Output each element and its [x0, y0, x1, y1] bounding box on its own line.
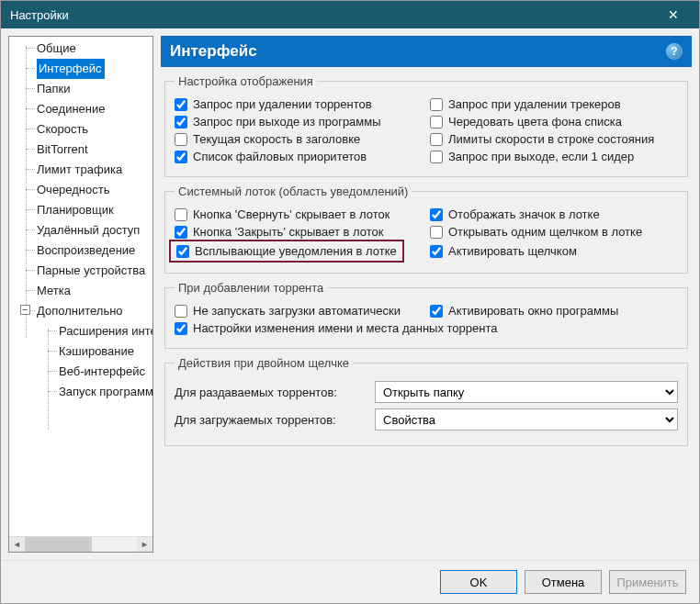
cb-limits-in-status[interactable]: Лимиты скорости в строке состояния — [430, 132, 654, 146]
nav-item-traffic[interactable]: Лимит трафика — [9, 160, 152, 180]
ok-button[interactable]: OK — [440, 570, 517, 594]
expander-icon[interactable]: − — [20, 305, 30, 315]
cb-dont-start-auto[interactable]: Не запускать загрузки автоматически — [175, 304, 401, 318]
sidebar: Общие Интерфейс Папки Соединение Скорост… — [8, 36, 153, 553]
main-panel: Интерфейс ? Настройка отображения Запрос… — [161, 36, 692, 553]
group-tray: Системный лоток (область уведомлений) Кн… — [164, 185, 688, 274]
nav-item-remote[interactable]: Удалённый доступ — [9, 220, 152, 240]
sidebar-hscroll[interactable]: ◄ ► — [9, 536, 152, 552]
panel-title: Интерфейс — [170, 42, 257, 61]
scroll-right-icon[interactable]: ► — [137, 537, 152, 553]
group-tray-legend: Системный лоток (область уведомлений) — [175, 185, 412, 198]
group-add: При добавлении торрента Не запускать заг… — [164, 281, 688, 349]
cancel-button[interactable]: Отмена — [525, 570, 602, 594]
nav-item-webui[interactable]: Веб-интерфейс — [9, 362, 152, 382]
label-dblclick-seeding: Для раздаваемых торрентов: — [175, 386, 367, 399]
nav-item-scheduler[interactable]: Планировщик — [9, 200, 152, 220]
cb-activate-window[interactable]: Активировать окно программы — [430, 304, 618, 318]
cb-close-to-tray[interactable]: Кнопка 'Закрыть' скрывает в лоток — [175, 225, 384, 239]
scroll-track[interactable] — [25, 537, 137, 553]
nav-tree[interactable]: Общие Интерфейс Папки Соединение Скорост… — [9, 37, 152, 536]
nav-item-label[interactable]: Метка — [9, 281, 152, 301]
group-display: Настройка отображения Запрос при удалени… — [164, 74, 688, 177]
scroll-left-icon[interactable]: ◄ — [9, 537, 25, 553]
cb-minimize-to-tray[interactable]: Кнопка 'Свернуть' скрывает в лоток — [175, 207, 390, 221]
panel-header: Интерфейс ? — [161, 36, 692, 67]
cb-single-click-tray[interactable]: Открывать одним щелчком в лотке — [430, 225, 642, 239]
cb-confirm-exit[interactable]: Запрос при выходе из программы — [175, 115, 381, 129]
nav-item-paired[interactable]: Парные устройства — [9, 261, 152, 281]
nav-item-connection[interactable]: Соединение — [9, 99, 152, 119]
window-title: Настройки — [10, 8, 655, 22]
cb-show-tray-icon[interactable]: Отображать значок в лотке — [430, 207, 600, 221]
cb-alternating-rows[interactable]: Чередовать цвета фона списка — [430, 115, 622, 129]
scroll-thumb[interactable] — [25, 537, 92, 553]
apply-button[interactable]: Применить — [609, 570, 686, 594]
group-display-legend: Настройка отображения — [175, 74, 317, 88]
body: Общие Интерфейс Папки Соединение Скорост… — [1, 28, 699, 560]
cb-confirm-delete-torrent[interactable]: Запрос при удалении торрентов — [175, 97, 372, 111]
group-dblclick: Действия при двойном щелчке Для раздавае… — [164, 356, 688, 446]
help-icon[interactable]: ? — [666, 43, 683, 60]
nav-item-playback[interactable]: Воспроизведение — [9, 240, 152, 261]
cb-confirm-exit-seed[interactable]: Запрос при выходе, если 1 сидер — [430, 150, 634, 163]
select-dblclick-seeding[interactable]: Открыть папку — [375, 381, 678, 403]
panel-content: Настройка отображения Запрос при удалени… — [161, 67, 692, 553]
cb-speed-in-title[interactable]: Текущая скорость в заголовке — [175, 132, 360, 146]
titlebar: Настройки ✕ — [1, 1, 699, 28]
nav-item-speed[interactable]: Скорость — [9, 119, 152, 140]
label-dblclick-downloading: Для загружаемых торрентов: — [175, 413, 367, 427]
footer: OK Отмена Применить — [1, 560, 699, 603]
settings-window: Настройки ✕ Общие Интерфейс Папки Соедин… — [0, 0, 700, 604]
nav-item-folders[interactable]: Папки — [9, 79, 152, 99]
nav-item-ext[interactable]: Расширения интерфейса — [9, 321, 152, 341]
group-dblclick-legend: Действия при двойном щелчке — [175, 356, 353, 370]
nav-item-queue[interactable]: Очередность — [9, 180, 152, 200]
nav-item-interface[interactable]: Интерфейс — [37, 59, 105, 79]
select-dblclick-downloading[interactable]: Свойства — [375, 408, 678, 431]
nav-item-advanced[interactable]: − Дополнительно — [9, 301, 152, 321]
cb-show-rename-dialog[interactable]: Настройки изменения имени и места данных… — [175, 321, 498, 335]
nav-item-run[interactable]: Запуск программ — [9, 382, 152, 402]
close-icon[interactable]: ✕ — [655, 7, 692, 22]
cb-activate-click[interactable]: Активировать щелчком — [430, 244, 577, 258]
group-add-legend: При добавлении торрента — [175, 281, 327, 295]
nav-item-cache[interactable]: Кэширование — [9, 341, 152, 362]
nav-item-general[interactable]: Общие — [9, 39, 152, 59]
cb-confirm-delete-tracker[interactable]: Запрос при удалении трекеров — [430, 97, 621, 111]
nav-item-bittorrent[interactable]: BitTorrent — [9, 140, 152, 160]
cb-tray-balloon[interactable]: Всплывающие уведомления в лотке — [176, 244, 397, 258]
cb-file-priority-list[interactable]: Список файловых приоритетов — [175, 150, 367, 163]
